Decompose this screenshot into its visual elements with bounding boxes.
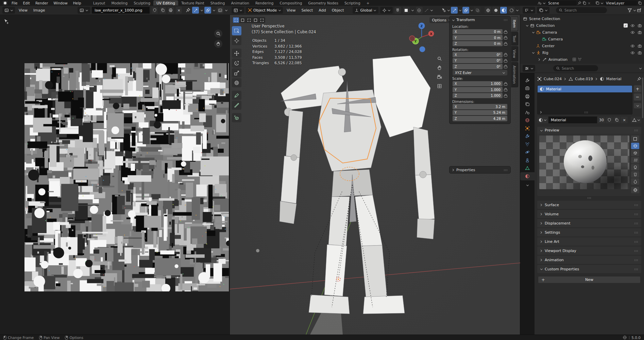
- editor-type-image-button[interactable]: [2, 7, 15, 14]
- workspace-tab-sculpting[interactable]: Sculpting: [131, 0, 153, 5]
- breadcrumb-mesh[interactable]: Cube.019: [575, 77, 593, 81]
- shading-wireframe-button[interactable]: [485, 7, 491, 14]
- measure-tool[interactable]: [232, 101, 241, 110]
- cursor-tool[interactable]: [232, 36, 241, 45]
- pan-hand-button[interactable]: [214, 40, 222, 48]
- zoom-icon[interactable]: [437, 56, 442, 61]
- filter-funnel-icon[interactable]: [627, 8, 632, 13]
- transform-orientation-selector[interactable]: Global: [353, 7, 378, 14]
- vp-menu-view[interactable]: View: [285, 7, 298, 13]
- expand-chevron-icon[interactable]: [532, 31, 535, 34]
- snap-target-selector[interactable]: [380, 7, 393, 14]
- outliner-row-camera-object[interactable]: Camera: [520, 29, 644, 36]
- outliner-row-rig[interactable]: Rig: [520, 49, 644, 56]
- image-browse-button[interactable]: [78, 7, 90, 14]
- tab-modifiers[interactable]: [520, 132, 535, 141]
- disable-render-icon[interactable]: [638, 23, 642, 28]
- transform-collapse-icon[interactable]: [452, 19, 455, 21]
- location-y-field[interactable]: Y0 m: [453, 35, 503, 40]
- outliner-row-scene-collection[interactable]: Scene Collection: [520, 15, 644, 22]
- unlink-material-icon[interactable]: ×: [621, 117, 628, 123]
- mode-selector[interactable]: Object Mode: [246, 7, 283, 14]
- link-mode-button[interactable]: [631, 117, 641, 123]
- proportional-editing-toggle[interactable]: [416, 7, 423, 14]
- material-slot-active[interactable]: Material: [538, 86, 632, 92]
- tab-material[interactable]: [520, 172, 535, 180]
- tab-object[interactable]: [520, 124, 535, 132]
- gizmo-chevron-icon[interactable]: [447, 9, 450, 12]
- outliner-row-camera-data[interactable]: Camera: [520, 36, 644, 42]
- tab-output[interactable]: [520, 92, 535, 101]
- collection-checkbox[interactable]: ✓: [624, 23, 628, 28]
- properties-scrollbar[interactable]: [642, 77, 643, 118]
- expand-chevron-icon[interactable]: [532, 51, 535, 54]
- rotate-tool[interactable]: [232, 58, 241, 68]
- workspace-tab-geometry-nodes[interactable]: Geometry Nodes: [305, 0, 341, 5]
- falloff-chevron-icon[interactable]: [430, 9, 433, 12]
- view-layer-chevron-icon[interactable]: [600, 2, 603, 4]
- fake-user-shield-icon[interactable]: [152, 7, 158, 14]
- editor-type-properties-button[interactable]: [523, 65, 535, 72]
- tab-world[interactable]: [520, 117, 535, 125]
- sidebar-tab-tool[interactable]: Tool: [511, 32, 518, 46]
- lock-icon[interactable]: [504, 42, 507, 46]
- outliner-display-mode-button[interactable]: [523, 7, 535, 14]
- scale-tool[interactable]: [232, 68, 241, 77]
- preview-section-header[interactable]: Preview: [537, 127, 641, 134]
- outliner-row-center[interactable]: Center: [520, 42, 644, 49]
- preview-cloth-button[interactable]: [631, 171, 639, 178]
- scale-z-field[interactable]: Z1.000: [453, 93, 503, 99]
- menu-help[interactable]: Help: [70, 1, 84, 5]
- outliner-filter-mode-button[interactable]: [537, 7, 549, 14]
- remove-slot-button[interactable]: −: [634, 93, 641, 101]
- shading-chevron-icon[interactable]: [516, 9, 519, 12]
- tab-render[interactable]: [520, 85, 535, 93]
- properties-search-input[interactable]: [562, 66, 595, 70]
- uv-gizmo-chevron-icon[interactable]: [200, 9, 203, 12]
- section-surface[interactable]: Surface: [537, 201, 641, 209]
- section-volume[interactable]: Volume: [537, 210, 641, 218]
- preview-resize-handle[interactable]: [587, 197, 592, 199]
- workspace-tab-animation[interactable]: Animation: [228, 0, 252, 5]
- copy-material-icon[interactable]: [613, 117, 620, 123]
- view-layer-icon[interactable]: [595, 1, 599, 5]
- uv-gizmo-toggle[interactable]: [192, 7, 199, 14]
- hide-eye-icon[interactable]: [630, 44, 635, 48]
- uv-menu-image[interactable]: Image: [31, 7, 47, 13]
- breadcrumb-object[interactable]: Cube.024: [544, 77, 562, 81]
- material-name-field[interactable]: Material: [548, 117, 597, 123]
- workspace-tab-layout[interactable]: Layout: [90, 0, 108, 5]
- overlays-toggle[interactable]: [462, 7, 469, 14]
- navigation-gizmo[interactable]: Z X Y: [407, 21, 436, 53]
- add-workspace-button[interactable]: +: [363, 0, 373, 5]
- section-settings[interactable]: Settings: [537, 228, 641, 236]
- hide-eye-icon[interactable]: [630, 23, 635, 28]
- snap-magnet-toggle[interactable]: [394, 7, 401, 14]
- section-displacement[interactable]: Displacement: [537, 219, 641, 227]
- users-count-button[interactable]: 30: [598, 117, 605, 123]
- scale-x-field[interactable]: X1.000: [453, 81, 503, 87]
- editor-type-3d-button[interactable]: [232, 7, 244, 14]
- tab-object-data[interactable]: [520, 164, 535, 173]
- orthographic-toggle-icon[interactable]: [437, 84, 442, 89]
- workspace-tab-uv-editing[interactable]: UV Editing: [153, 0, 178, 5]
- add-slot-button[interactable]: +: [634, 85, 641, 92]
- shading-solid-button[interactable]: [492, 7, 499, 14]
- show-gizmo-icon[interactable]: [441, 8, 446, 13]
- workspace-tab-compositing[interactable]: Compositing: [277, 0, 305, 5]
- material-slot-list[interactable]: Material: [537, 85, 632, 114]
- lock-icon[interactable]: [504, 88, 507, 91]
- snap-element-button[interactable]: [403, 7, 410, 14]
- lock-icon[interactable]: [504, 30, 507, 34]
- select-extend-button[interactable]: [239, 17, 245, 23]
- lock-icon[interactable]: [504, 82, 507, 86]
- menu-render[interactable]: Render: [33, 1, 51, 5]
- view-layer-name-field[interactable]: ViewLayer: [604, 1, 637, 5]
- workspace-tab-scripting[interactable]: Scripting: [341, 0, 363, 5]
- vp-menu-select[interactable]: Select: [299, 7, 315, 13]
- move-tool[interactable]: [232, 49, 241, 58]
- uv-menu-view[interactable]: View: [17, 7, 30, 13]
- rotation-x-field[interactable]: X0°: [453, 52, 503, 57]
- workspace-tab-modeling[interactable]: Modeling: [108, 0, 131, 5]
- preview-cube-button[interactable]: [631, 150, 639, 156]
